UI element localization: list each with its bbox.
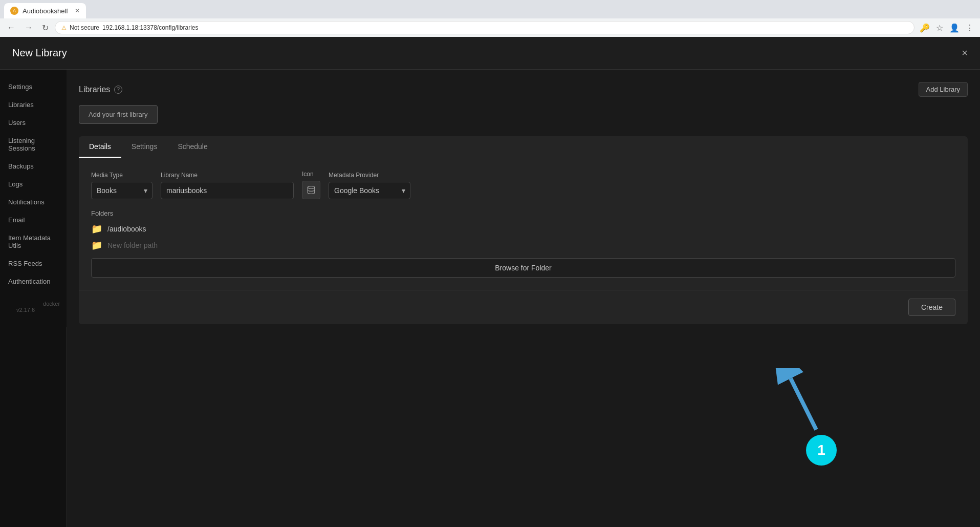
sidebar-item-item-metadata-utils[interactable]: Item Metadata Utils bbox=[0, 229, 67, 255]
browse-folder-button[interactable]: Browse for Folder bbox=[91, 258, 955, 278]
tab-title: Audiobookshelf bbox=[23, 7, 68, 15]
sidebar-item-email[interactable]: Email bbox=[0, 211, 67, 229]
metadata-provider-label: Metadata Provider bbox=[329, 172, 410, 179]
sidebar-item-notifications[interactable]: Notifications bbox=[0, 193, 67, 211]
modal-header: New Library × bbox=[0, 37, 980, 70]
folders-label: Folders bbox=[91, 209, 955, 217]
modal: New Library × Settings Libraries Users L… bbox=[0, 37, 980, 527]
create-button[interactable]: Create bbox=[908, 299, 955, 316]
sidebar-item-users[interactable]: Users bbox=[0, 114, 67, 132]
libraries-title-text: Libraries bbox=[79, 85, 110, 94]
docker-label: docker bbox=[43, 301, 60, 319]
sidebar-item-authentication[interactable]: Authentication bbox=[0, 272, 67, 290]
folders-section: Folders 📁 /audiobooks 📁 Browse for Folde… bbox=[91, 209, 955, 278]
browser-chrome: A Audiobookshelf ✕ ← → ↻ ⚠ Not secure 19… bbox=[0, 0, 980, 37]
add-library-button[interactable]: Add Library bbox=[919, 82, 968, 97]
sidebar-footer: v2.17.6 docker bbox=[0, 290, 67, 319]
modal-title: New Library bbox=[12, 47, 67, 59]
tab-settings[interactable]: Settings bbox=[121, 136, 168, 158]
sidebar-item-logs[interactable]: Logs bbox=[0, 175, 67, 193]
modal-sidebar: Settings Libraries Users Listening Sessi… bbox=[0, 70, 67, 527]
close-tab-button[interactable]: ✕ bbox=[75, 7, 80, 14]
sidebar-item-listening-sessions[interactable]: Listening Sessions bbox=[0, 132, 67, 157]
browser-tab[interactable]: A Audiobookshelf ✕ bbox=[4, 3, 86, 18]
content-area: Libraries ? Add Library Add your first l… bbox=[67, 70, 980, 527]
app-container: New Library × Settings Libraries Users L… bbox=[0, 37, 980, 527]
forward-button[interactable]: → bbox=[21, 21, 36, 34]
media-type-select-wrapper: Books Podcasts bbox=[91, 182, 153, 199]
version-label: v2.17.6 bbox=[8, 301, 43, 319]
url-text: 192.168.1.18:13378/config/libraries bbox=[102, 24, 198, 31]
favicon-icon: A bbox=[10, 7, 18, 15]
sidebar-item-settings[interactable]: Settings bbox=[0, 78, 67, 96]
metadata-provider-select[interactable]: Google Books OpenLibrary iTunes bbox=[329, 182, 410, 199]
sidebar-item-rss-feeds[interactable]: RSS Feeds bbox=[0, 255, 67, 272]
icon-button[interactable] bbox=[302, 181, 320, 199]
form-row-main: Media Type Books Podcasts bbox=[91, 171, 955, 199]
browser-tabs: A Audiobookshelf ✕ bbox=[0, 0, 980, 18]
library-name-input[interactable] bbox=[161, 182, 294, 199]
folder-item-existing: 📁 /audiobooks bbox=[91, 223, 955, 235]
metadata-provider-select-wrapper: Google Books OpenLibrary iTunes bbox=[329, 182, 410, 199]
media-type-group: Media Type Books Podcasts bbox=[91, 172, 153, 199]
tab-details[interactable]: Details bbox=[79, 136, 121, 158]
lock-icon: ⚠ bbox=[61, 25, 67, 31]
library-name-label: Library Name bbox=[161, 172, 294, 179]
bookmark-icon[interactable]: ☆ bbox=[934, 21, 945, 35]
media-type-select[interactable]: Books Podcasts bbox=[91, 182, 153, 199]
modal-body: Settings Libraries Users Listening Sessi… bbox=[0, 70, 980, 527]
folder-icon-existing: 📁 bbox=[91, 223, 102, 235]
database-icon bbox=[307, 185, 316, 195]
libraries-title-row: Libraries ? bbox=[79, 85, 122, 94]
form-footer: Create bbox=[79, 290, 968, 324]
tab-bar: Details Settings Schedule bbox=[79, 136, 968, 158]
library-name-group: Library Name bbox=[161, 172, 294, 199]
password-icon[interactable]: 🔑 bbox=[918, 21, 932, 35]
browser-toolbar: ← → ↻ ⚠ Not secure 192.168.1.18:13378/co… bbox=[0, 18, 980, 37]
metadata-provider-group: Metadata Provider Google Books OpenLibra… bbox=[329, 172, 410, 199]
profile-icon[interactable]: 👤 bbox=[947, 21, 962, 35]
not-secure-label: Not secure bbox=[70, 24, 99, 31]
modal-close-button[interactable]: × bbox=[962, 47, 968, 59]
back-button[interactable]: ← bbox=[4, 21, 18, 34]
svg-point-0 bbox=[308, 186, 315, 189]
form-panel: Details Settings Schedule Media Type bbox=[79, 136, 968, 324]
address-bar[interactable]: ⚠ Not secure 192.168.1.18:13378/config/l… bbox=[55, 21, 914, 34]
form-content: Media Type Books Podcasts bbox=[79, 158, 968, 290]
icon-group: Icon bbox=[302, 171, 320, 199]
folder-icon-new: 📁 bbox=[91, 240, 102, 251]
sidebar-item-backups[interactable]: Backups bbox=[0, 157, 67, 175]
toolbar-icons: 🔑 ☆ 👤 ⋮ bbox=[918, 21, 976, 35]
tab-schedule[interactable]: Schedule bbox=[167, 136, 217, 158]
folder-path-existing: /audiobooks bbox=[107, 225, 146, 233]
media-type-label: Media Type bbox=[91, 172, 153, 179]
icon-label: Icon bbox=[302, 171, 320, 178]
add-first-library-button[interactable]: Add your first library bbox=[79, 105, 158, 124]
sidebar: Settings Libraries Users Listening Sessi… bbox=[0, 70, 67, 327]
libraries-header: Libraries ? Add Library bbox=[79, 82, 968, 97]
menu-icon[interactable]: ⋮ bbox=[964, 21, 976, 35]
new-folder-path-input[interactable] bbox=[107, 241, 197, 249]
help-icon[interactable]: ? bbox=[114, 86, 122, 94]
sidebar-item-libraries[interactable]: Libraries bbox=[0, 96, 67, 114]
refresh-button[interactable]: ↻ bbox=[39, 21, 52, 35]
folder-item-new: 📁 bbox=[91, 240, 955, 251]
